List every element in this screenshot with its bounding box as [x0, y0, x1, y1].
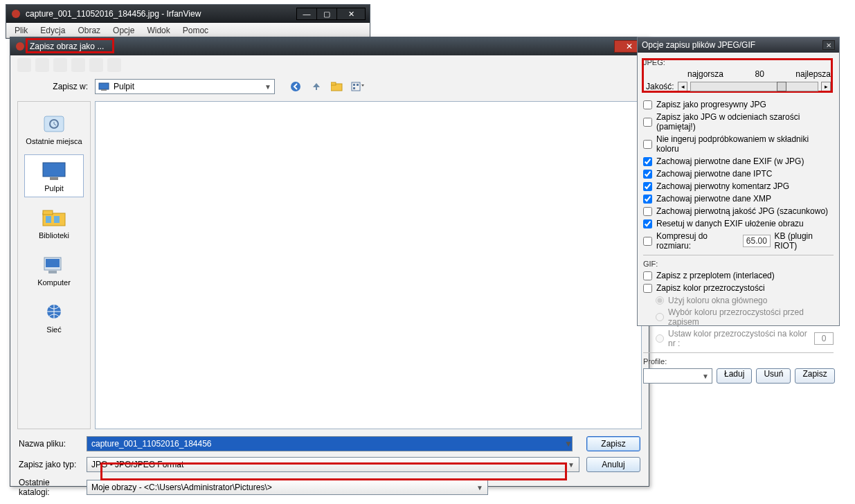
chk-progressive[interactable]: Zapisz jako progresywny JPG [643, 100, 834, 109]
chk-gif-transparency[interactable]: Zapisz kolor przezroczystości [643, 283, 834, 293]
chevron-down-icon[interactable]: ▼ [564, 439, 573, 449]
place-network[interactable]: Sieć [24, 296, 84, 339]
save-in-value: Pulpit [114, 82, 134, 91]
toolbar-icon[interactable] [53, 58, 67, 72]
profile-remove-button[interactable]: Usuń [756, 368, 791, 384]
svg-rect-14 [50, 177, 58, 180]
libraries-icon [42, 208, 66, 228]
chevron-down-icon: ▼ [702, 372, 709, 380]
filename-input[interactable]: capture_001_11052016_184456 [87, 436, 573, 451]
cancel-button[interactable]: Anuluj [586, 457, 640, 472]
dialog-toolbar [10, 55, 649, 75]
recent-dirs-select[interactable]: Moje obrazy - <C:\Users\Administrator\Pi… [87, 480, 488, 495]
svg-rect-21 [48, 271, 57, 273]
toolbar-icon[interactable] [107, 58, 121, 72]
minimize-button[interactable]: — [296, 8, 317, 20]
svg-rect-2 [99, 83, 109, 89]
profile-load-button[interactable]: Ładuj [717, 368, 752, 384]
up-icon[interactable] [309, 80, 323, 93]
menu-view[interactable]: Widok [141, 24, 175, 37]
quality-best-label: najlepsza [795, 69, 831, 79]
new-folder-icon[interactable] [330, 80, 344, 93]
chevron-down-icon: ▼ [568, 461, 575, 469]
menu-opts[interactable]: Opcje [107, 24, 140, 37]
svg-rect-6 [331, 82, 336, 85]
toolbar-icon[interactable] [35, 58, 49, 72]
svg-rect-16 [43, 210, 53, 215]
chk-gif-interlaced[interactable]: Zapisz z przeplotem (interlaced) [643, 271, 834, 280]
file-list[interactable] [95, 101, 642, 429]
radio-pick-before-save: Wybór koloru przezroczystości przed zapi… [656, 307, 834, 327]
toolbar-icon[interactable] [71, 58, 85, 72]
svg-rect-9 [357, 84, 359, 86]
gif-group-label: GIF: [643, 260, 834, 268]
profile-select[interactable]: ▼ [643, 368, 712, 384]
radio-use-main-color: Użyj koloru okna głównego [656, 296, 834, 305]
chk-grayscale[interactable]: Zapisz jako JPG w odcieniach szarości (p… [643, 112, 834, 132]
place-recent[interactable]: Ostatnie miejsca [24, 107, 84, 150]
chk-compress-to[interactable]: Kompresuj do rozmiaru: 65.00 KB (plugin … [643, 231, 834, 251]
svg-rect-7 [352, 82, 360, 91]
save-as-dialog: Zapisz obraz jako ... ✕ Zapisz w: Pulpit… [10, 37, 649, 487]
chk-subsample[interactable]: Nie ingeruj podpróbkowaniem w składniki … [643, 134, 834, 154]
quality-increase[interactable]: ▸ [821, 82, 831, 91]
menu-file[interactable]: Plik [9, 24, 33, 37]
place-label: Sieć [46, 325, 61, 334]
compress-size-input[interactable]: 65.00 [743, 235, 770, 247]
svg-point-4 [291, 82, 300, 91]
save-in-combo[interactable]: Pulpit ▼ [95, 79, 275, 94]
menu-help[interactable]: Pomoc [177, 24, 214, 37]
menu-image[interactable]: Obraz [72, 24, 106, 37]
quality-value: 80 [755, 69, 764, 79]
main-titlebar: capture_001_11052016_184456.jpg - IrfanV… [6, 5, 370, 23]
chk-exif[interactable]: Zachowaj pierwotne dane EXIF (w JPG) [643, 156, 834, 166]
filetype-select[interactable]: JPG - JPG/JPEG Format ▼ [87, 457, 579, 472]
quality-decrease[interactable]: ◂ [678, 82, 687, 91]
main-title: capture_001_11052016_184456.jpg - IrfanV… [26, 9, 297, 19]
place-computer[interactable]: Komputer [24, 249, 84, 291]
chevron-down-icon: ▼ [264, 83, 271, 91]
network-icon [42, 302, 66, 323]
back-icon[interactable] [289, 80, 303, 93]
quality-slider[interactable] [690, 82, 818, 91]
options-title: Opcje zapisu plików JPEG/GIF [642, 40, 755, 50]
close-button[interactable]: ✕ [336, 8, 366, 20]
chevron-down-icon: ▼ [476, 484, 483, 492]
profile-label: Profile: [643, 357, 834, 366]
trans-index-input: 0 [814, 332, 834, 345]
svg-rect-20 [46, 259, 60, 267]
svg-rect-10 [353, 87, 355, 89]
maximize-button[interactable]: ▢ [316, 8, 337, 20]
chk-quality-est[interactable]: Zachowaj pierwotną jakość JPG (szacunkow… [643, 206, 834, 216]
save-in-row: Zapisz w: Pulpit ▼ [10, 75, 649, 98]
desktop-icon [98, 82, 109, 91]
options-close-button[interactable]: ✕ [822, 40, 835, 50]
svg-rect-17 [46, 216, 51, 223]
chk-iptc[interactable]: Zachowaj pierwotne dane IPTC [643, 169, 834, 179]
svg-rect-8 [353, 84, 355, 86]
quality-worst-label: najgorsza [687, 69, 723, 79]
toolbar-icon[interactable] [17, 58, 31, 72]
computer-icon [42, 255, 66, 276]
quality-thumb[interactable] [777, 82, 786, 91]
save-button[interactable]: Zapisz [586, 436, 640, 451]
recent-dirs-label: Ostatnie katalogi: [19, 478, 80, 497]
radio-set-color-index: Ustaw kolor przezroczystości na kolor nr… [656, 329, 834, 348]
view-menu-icon[interactable] [351, 80, 365, 93]
jpeg-gif-options-window: Opcje zapisu plików JPEG/GIF ✕ JPEG: naj… [637, 37, 840, 326]
app-icon [10, 8, 21, 19]
filetype-label: Zapisz jako typ: [19, 460, 80, 469]
options-titlebar: Opcje zapisu plików JPEG/GIF ✕ [638, 37, 839, 53]
menu-edit[interactable]: Edycja [35, 24, 71, 37]
chk-xmp[interactable]: Zachowaj pierwotne dane XMP [643, 194, 834, 204]
svg-rect-18 [54, 216, 60, 223]
profile-save-button[interactable]: Zapisz [795, 368, 834, 384]
recent-icon [42, 114, 66, 134]
chk-comment[interactable]: Zachowaj pierwotny komentarz JPG [643, 181, 834, 191]
place-desktop[interactable]: Pulpit [24, 154, 84, 197]
svg-point-0 [12, 10, 20, 18]
toolbar-icon[interactable] [89, 58, 103, 72]
place-libraries[interactable]: Biblioteki [24, 201, 84, 244]
filename-label: Nazwa pliku: [19, 439, 80, 449]
chk-reset-orient[interactable]: Resetuj w danych EXIF ułożenie obrazu [643, 219, 834, 228]
